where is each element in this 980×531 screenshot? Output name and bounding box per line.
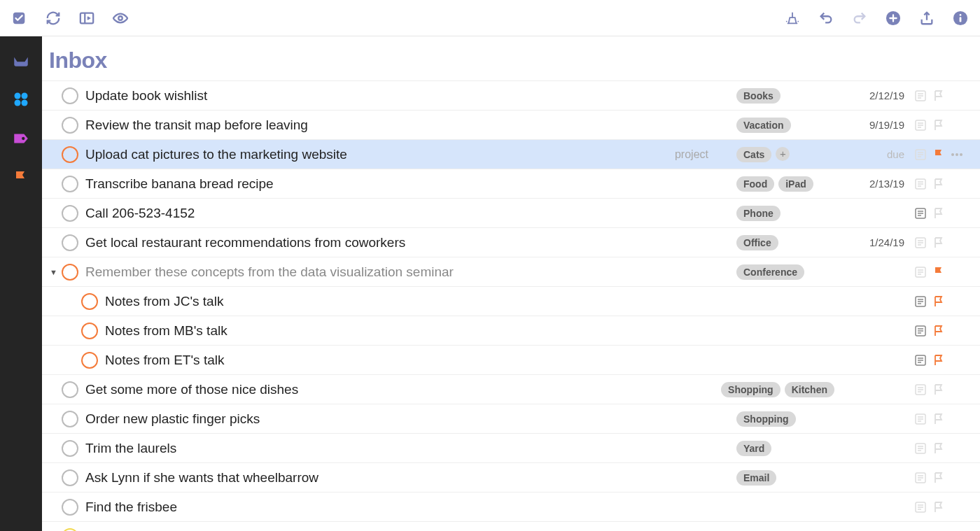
task-row[interactable]: Call 206-523-4152Phone <box>42 198 980 227</box>
tag-pill[interactable]: Shopping <box>721 382 780 397</box>
note-icon[interactable] <box>911 443 930 454</box>
tag-pill[interactable]: Office <box>736 235 778 250</box>
project-label[interactable]: project <box>675 148 708 161</box>
tag-pill[interactable]: Email <box>736 470 776 486</box>
note-icon[interactable] <box>911 120 930 131</box>
status-circle[interactable] <box>81 293 98 310</box>
note-icon[interactable] <box>911 149 930 160</box>
status-circle[interactable] <box>62 234 78 251</box>
flag-icon[interactable] <box>930 325 948 337</box>
task-row[interactable]: Transcribe banana bread recipeFoodiPad2/… <box>42 169 980 198</box>
note-icon[interactable] <box>911 237 930 248</box>
flag-icon[interactable] <box>930 208 948 219</box>
undo-icon[interactable] <box>818 10 834 27</box>
task-row[interactable]: ▼Remember these concepts from the data v… <box>42 257 980 286</box>
due-date[interactable]: 1/24/19 <box>855 236 904 248</box>
flag-icon[interactable] <box>930 120 948 131</box>
task-row[interactable]: Find the frisbee <box>42 492 980 521</box>
share-icon[interactable] <box>918 10 935 27</box>
task-row[interactable]: Review the transit map before leavingVac… <box>42 110 980 139</box>
checkmark-icon[interactable] <box>11 10 28 27</box>
due-date[interactable]: 2/12/19 <box>855 90 904 101</box>
info-icon[interactable] <box>952 10 969 27</box>
task-row[interactable]: Get some more of those nice dishesShoppi… <box>42 374 980 404</box>
flag-icon[interactable] <box>930 355 948 366</box>
note-icon[interactable] <box>911 355 930 366</box>
status-circle[interactable] <box>62 528 78 532</box>
flag-icon[interactable] <box>930 502 948 513</box>
note-icon[interactable] <box>911 384 930 395</box>
task-row[interactable]: Notes from ET's talk <box>42 345 980 374</box>
due-date[interactable]: 2/13/19 <box>855 178 904 190</box>
status-circle[interactable] <box>62 264 78 281</box>
note-icon[interactable] <box>911 208 930 219</box>
flag-icon[interactable] <box>930 267 948 278</box>
due-date[interactable]: due <box>855 148 904 160</box>
task-row[interactable]: Ask Lynn if she wants that wheelbarrowEm… <box>42 462 980 492</box>
tag-pill[interactable]: Cats <box>736 147 771 162</box>
disclosure-icon[interactable]: ▼ <box>42 268 62 276</box>
status-circle[interactable] <box>62 146 78 163</box>
flagged-icon[interactable] <box>11 168 31 187</box>
flag-icon[interactable] <box>930 90 948 101</box>
sync-icon[interactable] <box>45 10 62 27</box>
tag-pill[interactable]: Kitchen <box>785 382 834 397</box>
flag-icon[interactable] <box>930 472 948 483</box>
add-icon[interactable] <box>885 10 902 27</box>
task-row[interactable]: Notes from MB's talk <box>42 316 980 345</box>
tag-pill[interactable]: Phone <box>736 206 780 221</box>
svg-point-3 <box>118 16 122 20</box>
flag-icon[interactable] <box>930 443 948 454</box>
tag-pill[interactable]: Books <box>736 88 780 104</box>
status-circle[interactable] <box>62 381 78 398</box>
tag-pill[interactable]: Shopping <box>736 411 796 427</box>
note-icon[interactable] <box>911 502 930 513</box>
flag-icon[interactable] <box>930 384 948 395</box>
tags-icon[interactable] <box>11 129 31 148</box>
task-row[interactable]: Put more money on the Orca card1/10/19 <box>42 521 980 531</box>
flag-icon[interactable] <box>930 149 948 160</box>
note-icon[interactable] <box>911 413 930 425</box>
status-circle[interactable] <box>62 469 78 486</box>
status-circle[interactable] <box>62 117 78 134</box>
task-title: Review the transit map before leaving <box>85 118 308 133</box>
flag-icon[interactable] <box>930 237 948 248</box>
cleanup-icon[interactable] <box>784 10 801 27</box>
note-icon[interactable] <box>911 325 930 337</box>
redo-icon[interactable] <box>851 10 868 27</box>
sidebar-toggle-icon[interactable] <box>78 10 95 27</box>
projects-icon[interactable] <box>11 90 31 109</box>
tag-pill[interactable]: Yard <box>736 441 771 456</box>
status-circle[interactable] <box>81 352 98 369</box>
tag-pill[interactable]: iPad <box>778 176 813 192</box>
tag-pill[interactable]: Food <box>736 176 774 192</box>
task-row[interactable]: Get local restaurant recommendations fro… <box>42 227 980 257</box>
note-icon[interactable] <box>911 296 930 307</box>
add-tag-button[interactable]: + <box>776 147 790 161</box>
note-icon[interactable] <box>911 472 930 483</box>
task-row[interactable]: Notes from JC's talk <box>42 286 980 316</box>
tag-pill[interactable]: Conference <box>736 264 804 280</box>
status-circle[interactable] <box>62 499 78 516</box>
tag-pill[interactable]: Vacation <box>736 118 791 133</box>
status-circle[interactable] <box>62 205 78 222</box>
due-date[interactable]: 9/19/19 <box>855 119 904 131</box>
note-icon[interactable] <box>911 90 930 101</box>
status-circle[interactable] <box>62 176 78 192</box>
flag-icon[interactable] <box>930 413 948 425</box>
eye-icon[interactable] <box>112 10 129 27</box>
task-row[interactable]: Update book wishlistBooks2/12/19 <box>42 80 980 110</box>
flag-icon[interactable] <box>930 178 948 190</box>
note-icon[interactable] <box>911 267 930 278</box>
status-circle[interactable] <box>62 411 78 427</box>
status-circle[interactable] <box>62 87 78 104</box>
status-circle[interactable] <box>62 440 78 457</box>
task-row[interactable]: Order new plastic finger picksShopping <box>42 404 980 433</box>
flag-icon[interactable] <box>930 296 948 307</box>
status-circle[interactable] <box>81 323 98 339</box>
task-row[interactable]: Trim the laurelsYard <box>42 433 980 462</box>
note-icon[interactable] <box>911 178 930 190</box>
more-icon[interactable] <box>948 153 966 157</box>
inbox-icon[interactable] <box>11 50 31 70</box>
task-row[interactable]: Upload cat pictures to the marketing web… <box>42 139 980 169</box>
